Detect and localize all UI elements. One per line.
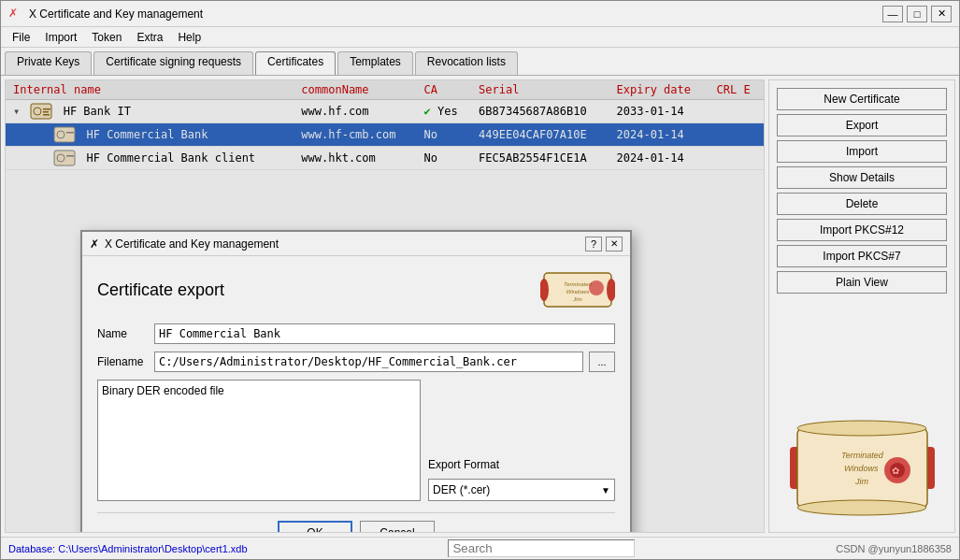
plain-view-button[interactable]: Plain View [777, 271, 947, 294]
browse-button[interactable]: ... [589, 352, 615, 372]
import-button[interactable]: Import [777, 140, 947, 163]
export-format-label: Export Format [428, 458, 615, 471]
export-area: Binary DER encoded file Export Format DE… [97, 380, 615, 501]
modal-title-text: X Certificate and Key management [105, 237, 279, 251]
filename-input[interactable] [154, 352, 583, 372]
cancel-button[interactable]: Cancel [360, 521, 435, 533]
tab-revocation[interactable]: Revocation lists [415, 51, 518, 75]
tab-certificates[interactable]: Certificates [255, 51, 336, 75]
name-label: Name [97, 327, 149, 340]
right-sidebar: New Certificate Export Import Show Detai… [768, 79, 955, 533]
svg-text:Windows: Windows [844, 464, 879, 473]
ok-button[interactable]: OK [278, 521, 352, 533]
svg-text:✿: ✿ [892, 466, 899, 476]
minimize-button[interactable]: — [882, 6, 903, 22]
modal-overlay: ✗ X Certificate and Key management ? ✕ [6, 80, 764, 532]
modal-title-bar: ✗ X Certificate and Key management ? ✕ [82, 232, 630, 256]
menu-token[interactable]: Token [84, 29, 129, 46]
format-list[interactable]: Binary DER encoded file [97, 380, 421, 501]
tabs-bar: Private Keys Certificate signing request… [1, 48, 959, 76]
tab-templates[interactable]: Templates [337, 51, 413, 75]
main-window: ✗ X Certificate and Key management — □ ✕… [0, 0, 960, 560]
tab-private-keys[interactable]: Private Keys [5, 51, 92, 75]
filename-field-row: Filename ... [97, 352, 615, 372]
cert-scroll-svg: Terminated Windows Jim [540, 267, 615, 312]
name-field-row: Name [97, 323, 615, 344]
table-area: Internal name commonName CA Serial Expir… [5, 79, 765, 533]
title-bar-controls: — □ ✕ [882, 6, 952, 22]
menu-help[interactable]: Help [170, 29, 208, 46]
cert-decoration-top: Terminated Windows Jim [540, 267, 615, 312]
title-bar: ✗ X Certificate and Key management — □ ✕ [1, 1, 959, 27]
modal-help-button[interactable]: ? [585, 237, 602, 251]
format-list-item: Binary DER encoded file [102, 384, 224, 397]
menu-file[interactable]: File [5, 29, 37, 46]
svg-text:Terminated: Terminated [841, 451, 884, 460]
tab-csr[interactable]: Certificate signing requests [93, 51, 253, 75]
modal-close-button[interactable]: ✕ [606, 237, 623, 251]
export-format-value: DER (*.cer) [433, 483, 490, 496]
search-input[interactable] [448, 539, 635, 557]
window-title: X Certificate and Key management [29, 7, 203, 21]
svg-point-22 [797, 500, 926, 515]
watermark-text: CSDN @yunyun1886358 [836, 543, 952, 554]
dialog-buttons: OK Cancel [97, 512, 615, 533]
modal-header: Certificate export Terminated Windows [97, 267, 615, 312]
modal-dialog: ✗ X Certificate and Key management ? ✕ [80, 230, 632, 533]
modal-heading: Certificate export [97, 280, 224, 300]
menu-bar: File Import Token Extra Help [1, 27, 959, 48]
modal-controls: ? ✕ [585, 237, 623, 251]
cert-decoration-bottom: Terminated Windows Jim ✿ [777, 411, 947, 524]
svg-point-21 [797, 421, 926, 436]
export-format-select[interactable]: DER (*.cer) ▼ [428, 479, 615, 501]
status-bar: Database: C:\Users\Administrator\Desktop… [1, 537, 959, 559]
modal-content: Certificate export Terminated Windows [82, 256, 630, 533]
modal-title-left: ✗ X Certificate and Key management [90, 237, 279, 251]
import-pkcs7-button[interactable]: Import PKCS#7 [777, 245, 947, 267]
svg-text:Jim: Jim [572, 296, 581, 302]
maximize-button[interactable]: □ [907, 6, 927, 22]
format-options: Export Format DER (*.cer) ▼ [428, 380, 615, 501]
menu-extra[interactable]: Extra [129, 29, 170, 46]
name-input[interactable] [154, 323, 615, 344]
database-path: Database: C:\Users\Administrator\Desktop… [8, 543, 248, 554]
export-button[interactable]: Export [777, 114, 947, 136]
modal-app-icon: ✗ [90, 237, 99, 251]
menu-import[interactable]: Import [37, 29, 84, 46]
cert-scroll-bottom-svg: Terminated Windows Jim ✿ [790, 419, 935, 517]
svg-text:Windows: Windows [566, 289, 589, 294]
new-certificate-button[interactable]: New Certificate [777, 88, 947, 110]
filename-label: Filename [97, 355, 149, 368]
svg-point-17 [589, 280, 604, 295]
title-bar-left: ✗ X Certificate and Key management [8, 7, 203, 22]
content-area: Internal name commonName CA Serial Expir… [1, 76, 959, 537]
svg-text:Jim: Jim [854, 477, 868, 486]
close-button[interactable]: ✕ [931, 6, 952, 22]
svg-text:Terminated: Terminated [564, 281, 592, 287]
delete-button[interactable]: Delete [777, 193, 947, 215]
table-container: Internal name commonName CA Serial Expir… [6, 80, 764, 532]
app-icon: ✗ [8, 7, 23, 22]
show-details-button[interactable]: Show Details [777, 166, 947, 189]
import-pkcs12-button[interactable]: Import PKCS#12 [777, 219, 947, 241]
dropdown-arrow-icon: ▼ [601, 485, 610, 495]
